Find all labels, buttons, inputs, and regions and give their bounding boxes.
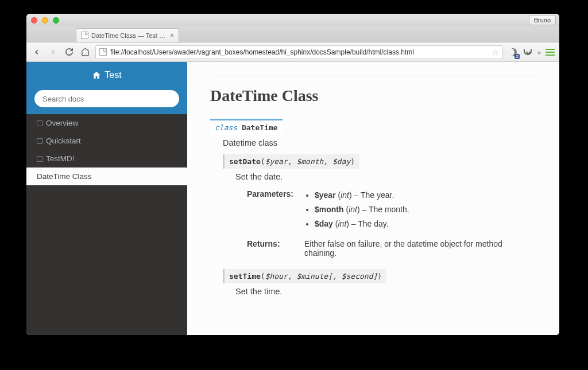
pocket-extension-icon[interactable]	[523, 47, 533, 57]
home-icon	[92, 71, 101, 80]
nav-bullet-icon	[37, 138, 42, 144]
sidebar-home-link[interactable]: Test	[92, 70, 121, 80]
nav-bullet-icon	[37, 120, 42, 126]
method-params: $year, $month, $day	[265, 157, 351, 166]
param-type: int	[338, 219, 346, 228]
titlebar: Bruno	[26, 14, 559, 26]
minimize-window-button[interactable]	[42, 17, 48, 24]
extension-badge: 2	[514, 54, 519, 59]
method-name: setTime	[229, 272, 261, 281]
nav-bullet-icon	[37, 156, 42, 162]
sidebar-item-label: Quickstart	[46, 137, 81, 145]
sidebar-header: Test	[26, 62, 187, 90]
class-signature: class DateTime	[210, 119, 283, 135]
returns-row: Returns: Either false on failure, or the…	[247, 239, 536, 258]
traffic-lights	[31, 17, 59, 24]
parameters-body: $year (int) – The year. $month (int) – T…	[304, 189, 536, 232]
main-content: DateTime Class class DateTime Datetime c…	[187, 62, 559, 335]
param-name: $day	[315, 219, 333, 228]
browser-window: Bruno DateTime Class — Test 1 d × file:/…	[26, 14, 559, 335]
method-setdate: setDate($year, $month, $day) Set the dat…	[223, 154, 536, 258]
method-description: Set the date.	[235, 172, 536, 181]
search-input[interactable]	[34, 90, 179, 107]
url-text: file://localhost/Users/swader/vagrant_bo…	[110, 48, 488, 56]
sidebar-nav: Overview Quickstart TestMD! DateTime Cla…	[26, 114, 187, 185]
param-item: $year (int) – The year.	[315, 189, 536, 201]
back-button[interactable]	[31, 46, 42, 58]
menu-hamburger-icon[interactable]	[546, 49, 555, 56]
class-keyword: class	[215, 123, 237, 132]
field-list: Parameters: $year (int) – The year. $mon…	[247, 189, 536, 258]
parameters-label: Parameters:	[247, 189, 304, 232]
close-window-button[interactable]	[31, 17, 37, 24]
sidebar-item-label: DateTime Class	[37, 172, 92, 181]
method-signature: setDate($year, $month, $day)	[223, 154, 359, 169]
tab-strip: DateTime Class — Test 1 d ×	[26, 26, 559, 42]
sidebar-item-quickstart[interactable]: Quickstart	[26, 132, 187, 150]
content-divider	[210, 76, 536, 76]
sidebar-item-label: TestMD!	[46, 154, 75, 163]
home-button[interactable]	[79, 46, 91, 58]
sidebar-search-wrap	[26, 90, 187, 114]
sidebar-item-label: Overview	[46, 119, 78, 127]
tab-title: DateTime Class — Test 1 d	[91, 32, 167, 39]
page-favicon-icon	[81, 32, 88, 39]
class-description: Datetime class	[223, 138, 536, 147]
param-type: int	[341, 190, 349, 200]
address-bar[interactable]: file://localhost/Users/swader/vagrant_bo…	[95, 45, 503, 59]
method-optional-params: [, $second]	[328, 272, 377, 281]
param-item: $day (int) – The day.	[315, 218, 536, 230]
browser-tab[interactable]: DateTime Class — Test 1 d ×	[76, 28, 179, 42]
param-desc: – The day.	[349, 219, 389, 228]
method-signature: setTime($hour, $minute[, $second])	[223, 269, 386, 283]
method-params: $hour, $minute	[265, 272, 328, 281]
method-settime: setTime($hour, $minute[, $second]) Set t…	[223, 269, 536, 296]
sidebar-item-datetime[interactable]: DateTime Class	[26, 168, 187, 185]
url-favicon-icon	[99, 48, 107, 56]
param-name: $month	[315, 205, 344, 214]
param-name: $year	[315, 190, 336, 200]
sidebar-item-testmd[interactable]: TestMD!	[26, 150, 187, 168]
extensions-overflow-icon[interactable]: »	[537, 49, 541, 56]
method-name: setDate	[229, 157, 261, 166]
param-type: int	[349, 205, 357, 214]
bookmark-star-icon[interactable]: ☆	[492, 48, 499, 57]
reload-button[interactable]	[63, 46, 75, 58]
user-profile-button[interactable]: Bruno	[529, 15, 556, 25]
param-desc: – The year.	[352, 190, 394, 200]
parameters-row: Parameters: $year (int) – The year. $mon…	[247, 189, 536, 232]
method-description: Set the time.	[235, 287, 536, 296]
returns-label: Returns:	[247, 239, 304, 258]
param-desc: – The month.	[360, 205, 409, 214]
param-item: $month (int) – The month.	[315, 204, 536, 216]
night-mode-extension-icon[interactable]: 2	[508, 47, 518, 57]
sidebar-home-label: Test	[105, 70, 121, 80]
toolbar: file://localhost/Users/swader/vagrant_bo…	[26, 42, 559, 62]
forward-button[interactable]	[47, 46, 59, 58]
sidebar-item-overview[interactable]: Overview	[26, 114, 187, 132]
page-content: Test Overview Quickstart TestMD! DateTim…	[26, 62, 559, 335]
tab-close-icon[interactable]: ×	[170, 32, 174, 40]
maximize-window-button[interactable]	[53, 17, 59, 24]
docs-sidebar: Test Overview Quickstart TestMD! DateTim…	[26, 62, 187, 335]
page-title: DateTime Class	[210, 87, 536, 105]
returns-body: Either false on failure, or the datetime…	[304, 239, 536, 258]
class-name: DateTime	[242, 123, 278, 132]
